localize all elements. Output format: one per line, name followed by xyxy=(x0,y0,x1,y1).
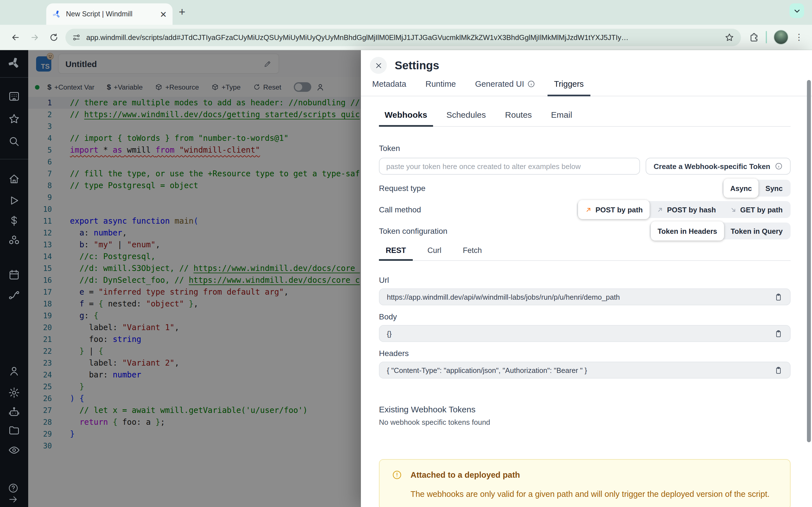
chevron-down-button[interactable] xyxy=(790,3,804,18)
close-button[interactable] xyxy=(370,57,387,74)
tab-runtime[interactable]: Runtime xyxy=(419,79,463,96)
tab-email[interactable]: Email xyxy=(545,110,578,126)
token-input[interactable] xyxy=(379,158,640,175)
tab-curl[interactable]: Curl xyxy=(421,246,448,260)
star-icon xyxy=(8,113,20,125)
warning-circle-icon xyxy=(392,470,402,480)
app-window: TS Untitled $+Context Var $+Variable +Re… xyxy=(0,50,812,507)
copy-url-button[interactable] xyxy=(774,293,783,301)
existing-tokens-title: Existing Webhook Tokens xyxy=(379,404,791,414)
reload-button[interactable] xyxy=(44,27,63,47)
sidebar-item-home[interactable] xyxy=(8,173,20,185)
option-token-in-headers[interactable]: Token in Headers xyxy=(651,221,724,240)
browser-toolbar: app.windmill.dev/scripts/add#JTdCJTIyaGF… xyxy=(0,25,812,50)
back-button[interactable] xyxy=(6,27,25,47)
sidebar-item-resources[interactable] xyxy=(8,234,20,246)
windmill-favicon xyxy=(52,9,61,19)
call-method-segmented: POST by path POST by hash GET by path xyxy=(577,201,791,218)
new-tab-button[interactable]: + xyxy=(179,6,185,17)
trigger-tabs: Webhooks Schedules Routes Email xyxy=(379,110,791,127)
option-post-by-path[interactable]: POST by path xyxy=(578,200,650,219)
sidebar-item-help[interactable] xyxy=(8,483,20,495)
cubes-icon xyxy=(8,234,20,246)
play-icon xyxy=(8,194,20,207)
sidebar-item-workspace[interactable] xyxy=(8,90,20,103)
url-value-box: https://app.windmill.dev/api/w/windmill-… xyxy=(379,288,791,305)
browser-menu-button[interactable]: ⋮ xyxy=(792,30,806,45)
request-type-segmented: Async Sync xyxy=(722,180,791,196)
forward-icon xyxy=(30,33,39,42)
drawer-scrollbar[interactable] xyxy=(807,80,811,442)
eye-icon xyxy=(8,444,20,456)
option-async[interactable]: Async xyxy=(723,179,759,198)
extensions-icon xyxy=(749,33,759,42)
tab-webhooks[interactable]: Webhooks xyxy=(379,110,433,127)
sidebar-item-audit-logs[interactable] xyxy=(8,444,20,456)
sidebar-item-schedules[interactable] xyxy=(8,269,20,281)
browser-tab[interactable]: New Script | Windmill ✕ xyxy=(46,3,172,25)
sidebar-item-favorites[interactable] xyxy=(8,113,20,125)
copy-headers-button[interactable] xyxy=(774,366,783,374)
token-config-segmented: Token in Headers Token in Query xyxy=(650,223,791,239)
gear-icon xyxy=(8,386,20,399)
request-type-label: Request type xyxy=(379,184,425,193)
request-type-row: Request type Async Sync xyxy=(379,180,791,196)
sidebar-item-search[interactable] xyxy=(8,135,20,148)
tab-routes[interactable]: Routes xyxy=(499,110,538,126)
search-icon xyxy=(8,135,20,148)
arrow-right-icon xyxy=(8,494,18,505)
token-label: Token xyxy=(379,144,791,153)
headers-value: { "Content-Type": "application/json", "A… xyxy=(387,366,769,374)
token-row: Create a Webhook-specific Token xyxy=(379,158,791,175)
create-webhook-token-button[interactable]: Create a Webhook-specific Token xyxy=(646,158,791,175)
tab-rest[interactable]: REST xyxy=(379,246,413,261)
option-sync[interactable]: Sync xyxy=(759,181,790,195)
tab-close-icon[interactable]: ✕ xyxy=(160,10,167,18)
sidebar-item-settings[interactable] xyxy=(8,386,20,399)
calendar-icon xyxy=(8,269,20,281)
chevron-down-icon xyxy=(793,7,801,14)
settings-drawer: Settings Metadata Runtime Generated UI T… xyxy=(361,50,812,507)
sidebar-item-variables[interactable] xyxy=(8,215,20,227)
drawer-header: Settings xyxy=(361,50,812,76)
warning-title: Attached to a deployed path xyxy=(410,470,777,479)
user-icon xyxy=(8,365,20,378)
tab-schedules[interactable]: Schedules xyxy=(441,110,492,126)
clipboard-icon xyxy=(774,366,783,374)
sidebar-expand-button[interactable] xyxy=(8,494,20,506)
sidebar-item-users[interactable] xyxy=(8,365,20,378)
tab-metadata[interactable]: Metadata xyxy=(365,79,413,96)
url-label: Url xyxy=(379,276,791,284)
settings-tabs: Metadata Runtime Generated UI Triggers xyxy=(361,76,812,96)
reload-icon xyxy=(49,33,58,42)
dollar-icon xyxy=(8,215,20,227)
sidebar-item-runs[interactable] xyxy=(8,194,20,207)
body-label: Body xyxy=(379,312,791,321)
windmill-logo-icon[interactable] xyxy=(7,56,21,70)
copy-body-button[interactable] xyxy=(774,329,783,338)
url-bar[interactable]: app.windmill.dev/scripts/add#JTdCJTIyaGF… xyxy=(65,29,741,46)
sidebar-divider xyxy=(0,77,28,78)
sidebar-item-flows[interactable] xyxy=(8,289,20,301)
sidebar-item-workers[interactable] xyxy=(8,406,20,418)
tab-triggers[interactable]: Triggers xyxy=(547,79,591,96)
option-post-by-hash[interactable]: POST by hash xyxy=(650,202,723,217)
sidebar-item-folders[interactable] xyxy=(8,424,20,437)
snippet-tabs: REST Curl Fetch xyxy=(379,246,791,261)
robot-icon xyxy=(8,406,20,418)
headers-value-box: { "Content-Type": "application/json", "A… xyxy=(379,362,791,379)
forward-button[interactable] xyxy=(25,27,44,47)
option-get-by-path[interactable]: GET by path xyxy=(723,202,790,217)
tab-title: New Script | Windmill xyxy=(66,10,155,18)
option-token-in-query[interactable]: Token in Query xyxy=(724,224,790,238)
profile-avatar[interactable] xyxy=(774,30,788,45)
bookmark-star-icon[interactable] xyxy=(725,33,734,42)
site-settings-icon[interactable] xyxy=(72,33,81,41)
tab-generated-ui[interactable]: Generated UI xyxy=(468,79,542,96)
tab-fetch[interactable]: Fetch xyxy=(456,246,489,260)
call-method-row: Call method POST by path POST by hash GE… xyxy=(379,201,791,218)
help-icon xyxy=(8,483,18,494)
deployed-path-warning: Attached to a deployed path The webhooks… xyxy=(379,459,791,507)
extensions-button[interactable] xyxy=(746,29,762,46)
home-icon xyxy=(8,173,20,185)
